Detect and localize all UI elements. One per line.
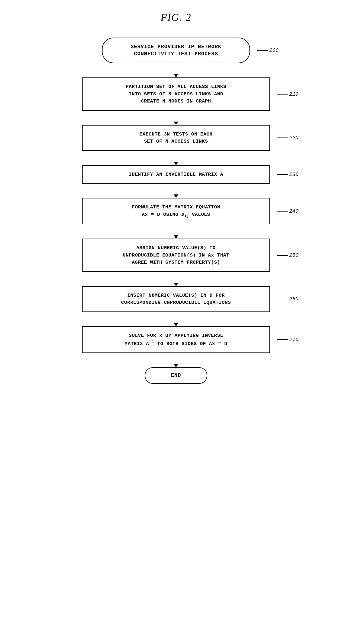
- arrow-240-250: [174, 224, 178, 239]
- node-240-wrapper: FORMULATE THE MATRIX EQUATION Ax = D USI…: [82, 198, 270, 224]
- node-210-wrapper: PARTITION SET OF ALL ACCESS LINKS INTO S…: [82, 77, 270, 111]
- node-260: INSERT NUMERIC VALUE(S) IN D FOR CORRESP…: [82, 286, 270, 312]
- node-end-wrapper: END: [145, 367, 207, 383]
- ref-250: 250: [277, 253, 298, 258]
- ref-210: 210: [277, 91, 298, 97]
- node-250-wrapper: ASSIGN NUMERIC VALUE(S) TO UNPRODUCIBLE …: [82, 239, 270, 272]
- node-210: PARTITION SET OF ALL ACCESS LINKS INTO S…: [82, 77, 270, 111]
- flowchart: SERVICE PROVIDER IP NETWORKCONNECTIVITY …: [48, 38, 304, 384]
- node-260-wrapper: INSERT NUMERIC VALUE(S) IN D FOR CORRESP…: [82, 286, 270, 312]
- arrow-260-270: [174, 312, 178, 326]
- arrow-270-end: [174, 353, 178, 367]
- ref-230: 230: [277, 172, 298, 177]
- ref-200: 200: [257, 48, 279, 53]
- node-230-wrapper: IDENTIFY AN INVERTIBLE MATRIX A 230: [82, 165, 270, 184]
- node-240: FORMULATE THE MATRIX EQUATION Ax = D USI…: [82, 198, 270, 224]
- arrow-200-210: [174, 63, 178, 77]
- arrow-250-260: [174, 272, 178, 286]
- node-200-wrapper: SERVICE PROVIDER IP NETWORKCONNECTIVITY …: [102, 38, 250, 63]
- node-270-wrapper: SOLVE FOR x BY APPLYING INVERSE MATRIX A…: [82, 326, 270, 353]
- node-250: ASSIGN NUMERIC VALUE(S) TO UNPRODUCIBLE …: [82, 239, 270, 272]
- node-270: SOLVE FOR x BY APPLYING INVERSE MATRIX A…: [82, 326, 270, 353]
- ref-270: 270: [277, 337, 298, 342]
- figure-title: FIG. 2: [161, 11, 191, 23]
- ref-220: 220: [277, 135, 298, 141]
- node-200: SERVICE PROVIDER IP NETWORKCONNECTIVITY …: [102, 38, 250, 63]
- node-230: IDENTIFY AN INVERTIBLE MATRIX A: [82, 165, 270, 184]
- node-220-wrapper: EXECUTE 3N TESTS ON EACH SET OF N ACCESS…: [82, 125, 270, 151]
- node-end: END: [145, 367, 207, 383]
- ref-240: 240: [277, 208, 298, 214]
- node-220: EXECUTE 3N TESTS ON EACH SET OF N ACCESS…: [82, 125, 270, 151]
- page: FIG. 2 SERVICE PROVIDER IP NETWORKCONNEC…: [48, 11, 304, 384]
- arrow-210-220: [174, 111, 178, 125]
- arrow-220-230: [174, 151, 178, 165]
- ref-260: 260: [277, 296, 298, 302]
- arrow-230-240: [174, 184, 178, 198]
